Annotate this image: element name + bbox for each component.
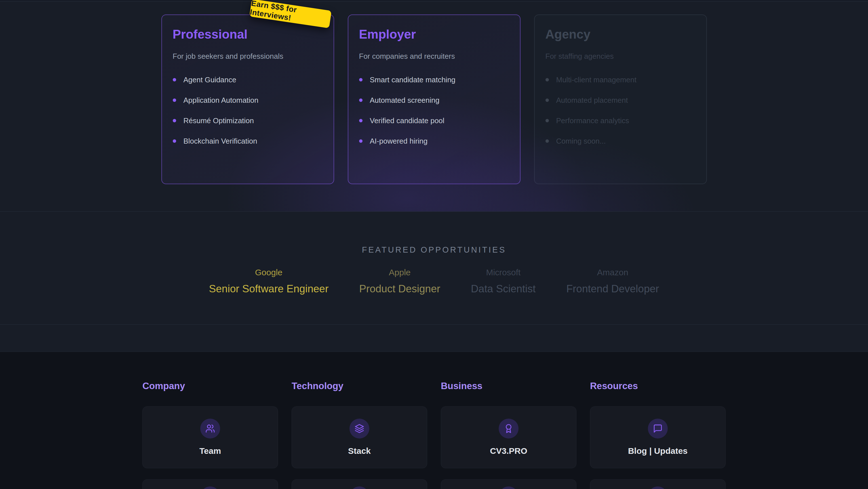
footer-grid: Company Team Technology Stack xyxy=(143,352,725,489)
spacer-band xyxy=(0,324,868,352)
footer: Company Team Technology Stack xyxy=(0,352,868,489)
job-item-apple[interactable]: Apple Product Designer xyxy=(359,268,440,295)
footer-card-partial[interactable] xyxy=(143,479,278,489)
job-company: Apple xyxy=(359,268,440,277)
bullet-dot-icon xyxy=(359,78,363,82)
feature-label: Automated screening xyxy=(370,95,440,105)
hidden-icon xyxy=(499,486,519,489)
plans-section: Professional For job seekers and profess… xyxy=(0,1,868,212)
feature-label: Performance analytics xyxy=(556,116,629,126)
feature-item: AI-powered hiring xyxy=(359,136,509,146)
job-item-amazon[interactable]: Amazon Frontend Developer xyxy=(566,268,659,295)
hidden-icon xyxy=(200,486,220,489)
plan-description: For job seekers and professionals xyxy=(173,51,323,61)
feature-item: Multi-client management xyxy=(546,75,695,85)
plan-card-agency: Agency For staffing agencies Multi-clien… xyxy=(534,15,707,184)
feature-item: Résumé Optimization xyxy=(173,116,323,126)
feature-label: Coming soon... xyxy=(556,136,606,146)
award-icon xyxy=(499,419,519,438)
bullet-dot-icon xyxy=(173,78,176,82)
footer-card-partial[interactable] xyxy=(291,479,427,489)
plan-card-professional[interactable]: Professional For job seekers and profess… xyxy=(161,15,334,184)
bullet-dot-icon xyxy=(359,119,363,122)
footer-column-heading: Technology xyxy=(291,380,427,392)
plan-feature-list: Agent Guidance Application Automation Ré… xyxy=(173,75,323,146)
feature-label: Multi-client management xyxy=(556,75,637,85)
bullet-dot-icon xyxy=(546,78,549,82)
job-title: Senior Software Engineer xyxy=(209,283,329,295)
bullet-dot-icon xyxy=(359,98,363,102)
featured-heading: FEATURED OPPORTUNITIES xyxy=(0,245,868,255)
job-company: Google xyxy=(209,268,329,277)
message-square-icon xyxy=(648,419,668,438)
layers-icon xyxy=(349,419,369,438)
job-title: Product Designer xyxy=(359,283,440,295)
plans-row: Professional For job seekers and profess… xyxy=(0,1,868,184)
plan-feature-list: Smart candidate matching Automated scree… xyxy=(359,75,509,146)
footer-card-blog-updates[interactable]: Blog | Updates xyxy=(590,406,725,468)
feature-item: Automated screening xyxy=(359,95,509,105)
plan-title: Employer xyxy=(359,27,509,42)
footer-card-cv3pro[interactable]: CV3.PRO xyxy=(441,406,577,468)
feature-item: Agent Guidance xyxy=(173,75,323,85)
feature-label: AI-powered hiring xyxy=(370,136,428,146)
footer-column-heading: Company xyxy=(143,380,278,392)
hidden-icon xyxy=(349,486,369,489)
feature-item: Automated placement xyxy=(546,95,695,105)
feature-item: Coming soon... xyxy=(546,136,695,146)
bullet-dot-icon xyxy=(173,98,176,102)
footer-column-company: Company Team xyxy=(143,380,278,489)
plan-title: Professional xyxy=(173,27,323,42)
job-item-google[interactable]: Google Senior Software Engineer xyxy=(209,268,329,295)
bullet-dot-icon xyxy=(359,139,363,143)
feature-item: Performance analytics xyxy=(546,116,695,126)
footer-card-label: Stack xyxy=(348,446,371,456)
users-icon xyxy=(200,419,220,438)
feature-label: Application Automation xyxy=(184,95,259,105)
footer-card-label: CV3.PRO xyxy=(490,446,527,456)
footer-card-partial[interactable] xyxy=(441,479,577,489)
footer-column-heading: Business xyxy=(441,380,577,392)
footer-card-label: Team xyxy=(199,446,221,456)
plan-description: For staffing agencies xyxy=(546,51,695,61)
hidden-icon xyxy=(648,486,668,489)
feature-label: Smart candidate matching xyxy=(370,75,456,85)
plan-description: For companies and recruiters xyxy=(359,51,509,61)
footer-column-business: Business CV3.PRO xyxy=(441,380,577,489)
job-company: Microsoft xyxy=(471,268,535,277)
bullet-dot-icon xyxy=(546,119,549,122)
plan-title: Agency xyxy=(546,27,695,42)
page: Professional For job seekers and profess… xyxy=(0,0,868,489)
featured-jobs-row: Google Senior Software Engineer Apple Pr… xyxy=(0,268,868,295)
plan-card-employer[interactable]: Employer For companies and recruiters Sm… xyxy=(348,15,521,184)
feature-label: Blockchain Verification xyxy=(184,136,257,146)
bullet-dot-icon xyxy=(173,119,176,122)
feature-item: Blockchain Verification xyxy=(173,136,323,146)
job-title: Data Scientist xyxy=(471,283,535,295)
footer-column-technology: Technology Stack xyxy=(291,380,427,489)
job-title: Frontend Developer xyxy=(566,283,659,295)
footer-card-label: Blog | Updates xyxy=(628,446,688,456)
footer-card-partial[interactable] xyxy=(590,479,725,489)
feature-label: Verified candidate pool xyxy=(370,116,444,126)
footer-card-team[interactable]: Team xyxy=(143,406,278,468)
footer-card-stack[interactable]: Stack xyxy=(291,406,427,468)
featured-opportunities-section: FEATURED OPPORTUNITIES Google Senior Sof… xyxy=(0,211,868,325)
feature-item: Application Automation xyxy=(173,95,323,105)
feature-item: Verified candidate pool xyxy=(359,116,509,126)
feature-label: Agent Guidance xyxy=(184,75,236,85)
plan-feature-list: Multi-client management Automated placem… xyxy=(546,75,695,146)
footer-column-resources: Resources Blog | Updates xyxy=(590,380,725,489)
footer-column-heading: Resources xyxy=(590,380,725,392)
bullet-dot-icon xyxy=(173,139,176,143)
feature-item: Smart candidate matching xyxy=(359,75,509,85)
feature-label: Automated placement xyxy=(556,95,628,105)
job-company: Amazon xyxy=(566,268,659,277)
job-item-microsoft[interactable]: Microsoft Data Scientist xyxy=(471,268,535,295)
bullet-dot-icon xyxy=(546,98,549,102)
feature-label: Résumé Optimization xyxy=(184,116,254,126)
bullet-dot-icon xyxy=(546,139,549,143)
